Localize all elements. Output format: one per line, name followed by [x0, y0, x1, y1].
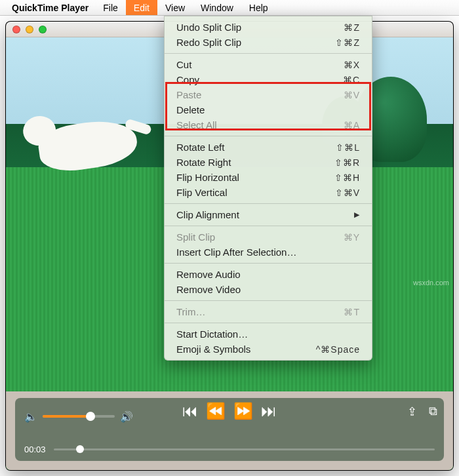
menu-item-label: Cut [176, 59, 191, 70]
menu-item-remove-video[interactable]: Remove Video [165, 282, 372, 297]
volume-knob[interactable] [86, 412, 95, 421]
menu-item-shortcut: ⌘T [344, 307, 360, 317]
menu-item-shortcut: ⇧⌘V [335, 188, 360, 198]
menu-item-label: Undo Split Clip [176, 22, 241, 33]
menu-item-label: Start Dictation… [176, 328, 248, 340]
menu-item-paste: Paste⌘V [165, 87, 372, 102]
menu-item-shortcut: ⌘A [344, 120, 360, 130]
skip-forward-button[interactable]: ⏭ [261, 402, 277, 420]
minimize-icon[interactable] [26, 26, 33, 33]
menu-item-shortcut: ⌘Z [344, 22, 360, 33]
pip-button[interactable]: ⧉ [429, 405, 437, 419]
menu-item-shortcut: ⇧⌘H [334, 172, 360, 183]
menu-item-rotate-left[interactable]: Rotate Left⇧⌘L [165, 140, 372, 155]
menu-window[interactable]: Window [193, 0, 241, 15]
menu-item-shortcut: ⌘Y [344, 232, 360, 243]
menu-item-rotate-right[interactable]: Rotate Right⇧⌘R [165, 155, 372, 170]
menu-item-label: Rotate Left [176, 142, 224, 153]
scrubber[interactable] [54, 448, 435, 450]
menu-item-label: Rotate Right [176, 157, 231, 168]
menu-separator [165, 203, 372, 204]
volume-high-icon[interactable]: 🔊 [120, 410, 133, 423]
menu-item-label: Select All [176, 119, 217, 130]
menu-separator [165, 323, 372, 323]
menu-item-shortcut: ^⌘Space [316, 344, 360, 355]
menu-item-shortcut: ⇧⌘R [334, 157, 360, 168]
volume-slider[interactable] [43, 415, 115, 418]
submenu-arrow-icon: ▶ [354, 210, 360, 219]
scrubber-knob[interactable] [76, 445, 84, 453]
share-button[interactable]: ⇪ [407, 405, 417, 419]
skip-back-button[interactable]: ⏮ [182, 402, 198, 420]
menu-view[interactable]: View [157, 0, 193, 15]
menu-item-label: Copy [176, 74, 199, 85]
menu-item-label: Paste [176, 89, 201, 100]
menu-separator [165, 263, 372, 264]
menu-item-select-all: Select All⌘A [165, 117, 372, 132]
menu-item-label: Remove Audio [176, 269, 241, 280]
menu-item-label: Redo Split Clip [176, 37, 241, 48]
menu-item-label: Flip Vertical [176, 187, 228, 198]
current-time-label: 00:03 [24, 445, 46, 454]
menu-item-flip-horizontal[interactable]: Flip Horizontal⇧⌘H [165, 170, 372, 185]
menu-item-shortcut: ⇧⌘Z [335, 37, 360, 48]
menu-item-label: Trim… [176, 306, 205, 317]
menu-item-trim: Trim…⌘T [165, 304, 372, 319]
menu-item-delete[interactable]: Delete [165, 102, 372, 117]
menu-item-copy[interactable]: Copy⌘C [165, 72, 372, 87]
menu-item-label: Clip Alignment [176, 209, 239, 220]
app-menu[interactable]: QuickTime Player [5, 0, 95, 15]
menu-edit[interactable]: Edit [126, 0, 157, 15]
menu-item-shortcut: ⌘X [344, 60, 360, 70]
menu-separator [165, 136, 372, 136]
maximize-icon[interactable] [39, 26, 47, 33]
menu-item-label: Remove Video [176, 284, 241, 295]
player-controls: 🔈 🔊 ⏮ ⏪ ⏩ ⏭ ⇪ ⧉ 00:03 [15, 398, 444, 461]
menu-item-undo-split-clip[interactable]: Undo Split Clip⌘Z [165, 20, 372, 35]
menu-item-label: Emoji & Symbols [176, 344, 250, 355]
transport-controls: ⏮ ⏪ ⏩ ⏭ [182, 402, 277, 420]
menu-item-clip-alignment[interactable]: Clip Alignment▶ [165, 207, 372, 222]
menu-separator [165, 226, 372, 226]
watermark-text: wsxdn.com [413, 279, 449, 287]
menu-file[interactable]: File [95, 0, 126, 15]
menu-item-redo-split-clip[interactable]: Redo Split Clip⇧⌘Z [165, 35, 372, 50]
edit-dropdown: Undo Split Clip⌘ZRedo Split Clip⇧⌘ZCut⌘X… [164, 16, 372, 361]
menu-item-label: Insert Clip After Selection… [176, 247, 296, 258]
forward-button[interactable]: ⏩ [233, 402, 253, 420]
menu-item-label: Delete [176, 104, 205, 115]
menu-item-cut[interactable]: Cut⌘X [165, 57, 372, 72]
system-menubar: QuickTime Player File Edit View Window H… [0, 0, 459, 16]
close-icon[interactable] [12, 26, 20, 33]
menu-item-shortcut: ⇧⌘L [336, 142, 360, 153]
menu-item-shortcut: ⌘C [343, 75, 360, 85]
rewind-button[interactable]: ⏪ [206, 402, 226, 420]
menu-help[interactable]: Help [241, 0, 276, 15]
menu-item-remove-audio[interactable]: Remove Audio [165, 267, 372, 282]
menu-separator [165, 300, 372, 301]
menu-item-label: Split Clip [176, 231, 215, 243]
menu-separator [165, 53, 372, 54]
menu-item-split-clip: Split Clip⌘Y [165, 229, 372, 245]
menu-item-shortcut: ⌘V [344, 90, 360, 100]
menu-item-flip-vertical[interactable]: Flip Vertical⇧⌘V [165, 185, 372, 200]
menu-item-label: Flip Horizontal [176, 172, 239, 183]
menu-item-start-dictation[interactable]: Start Dictation… [165, 327, 372, 342]
menu-item-insert-clip-after-selection[interactable]: Insert Clip After Selection… [165, 245, 372, 260]
menu-item-emoji-symbols[interactable]: Emoji & Symbols^⌘Space [165, 342, 372, 357]
volume-low-icon[interactable]: 🔈 [24, 410, 37, 423]
